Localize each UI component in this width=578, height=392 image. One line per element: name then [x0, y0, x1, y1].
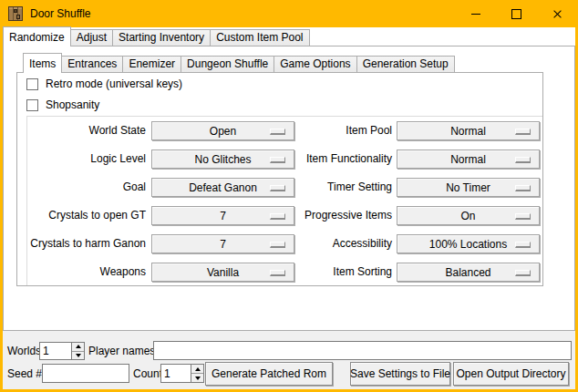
- window-controls: [455, 0, 578, 27]
- dropdown-value: No Glitches: [194, 153, 251, 166]
- player-names-label: Player names: [88, 345, 155, 357]
- close-button[interactable]: [537, 0, 578, 27]
- spin-up-button[interactable]: [191, 365, 203, 373]
- timer-setting-dropdown[interactable]: No Timer: [397, 178, 540, 197]
- tab-label: Game Options: [280, 57, 350, 70]
- main-tab-bar: Randomize Adjust Starting Inventory Cust…: [3, 26, 310, 46]
- options-row: Logic Level No Glitches Item Functionali…: [27, 150, 542, 169]
- tab-entrances[interactable]: Entrances: [61, 56, 123, 72]
- arrow-up-icon: [76, 345, 81, 348]
- dropdown-value: No Timer: [446, 181, 490, 194]
- tab-label: Enemizer: [129, 57, 175, 70]
- item-sorting-dropdown[interactable]: Balanced: [397, 263, 540, 282]
- dropdown-value: 100% Locations: [429, 238, 507, 251]
- crystals-ganon-label: Crystals to harm Ganon: [27, 234, 146, 253]
- spin-down-button[interactable]: [72, 351, 84, 360]
- accessibility-label: Accessibility: [269, 234, 392, 253]
- shopsanity-checkbox[interactable]: Shopsanity: [26, 98, 99, 111]
- dropdown-value: Defeat Ganon: [189, 181, 257, 194]
- dropdown-value: Open: [210, 125, 236, 138]
- worlds-label: Worlds: [7, 345, 41, 357]
- title-bar: Door Shuffle: [0, 0, 578, 27]
- arrow-down-icon: [195, 377, 201, 380]
- button-label: Generate Patched Rom: [212, 367, 326, 380]
- tab-adjust[interactable]: Adjust: [70, 29, 113, 46]
- worlds-input[interactable]: [40, 343, 72, 359]
- options-row: World State Open Item Pool Normal: [27, 121, 542, 140]
- spinner-arrows: [71, 343, 84, 359]
- weapons-label: Weapons: [27, 263, 146, 282]
- checkbox-icon: [26, 99, 38, 111]
- window-title: Door Shuffle: [30, 7, 91, 20]
- tab-label: Custom Item Pool: [216, 31, 303, 44]
- options-row: Crystals to harm Ganon 7 Accessibility 1…: [27, 234, 542, 253]
- count-spinner[interactable]: [160, 364, 204, 383]
- retro-mode-checkbox[interactable]: Retro mode (universal keys): [26, 77, 182, 90]
- player-names-input[interactable]: [154, 342, 571, 359]
- dropdown-value: Normal: [450, 125, 486, 138]
- tab-enemizer[interactable]: Enemizer: [122, 56, 181, 72]
- seed-field-wrap: [42, 364, 129, 383]
- worlds-spinner[interactable]: [39, 342, 85, 360]
- tab-label: Items: [29, 57, 56, 70]
- tab-label: Entrances: [67, 57, 117, 70]
- door-shuffle-window: Door Shuffle Randomize Adjust Starting I…: [0, 0, 578, 392]
- checkbox-label: Shopsanity: [46, 98, 99, 111]
- count-label: Count: [133, 367, 162, 380]
- progressive-items-dropdown[interactable]: On: [397, 206, 540, 225]
- open-output-directory-button[interactable]: Open Output Directory: [453, 362, 569, 386]
- dropdown-value: Normal: [450, 153, 486, 166]
- arrow-up-icon: [195, 367, 201, 371]
- tab-generation-setup[interactable]: Generation Setup: [356, 56, 455, 72]
- tab-label: Starting Inventory: [119, 31, 204, 44]
- sub-tab-bar: Items Entrances Enemizer Dungeon Shuffle…: [23, 53, 455, 72]
- dropdown-value: 7: [220, 238, 226, 251]
- spin-up-button[interactable]: [72, 343, 84, 351]
- player-names-field-wrap: [153, 341, 572, 360]
- generate-patched-rom-button[interactable]: Generate Patched Rom: [205, 362, 333, 386]
- maximize-icon: [511, 9, 521, 19]
- minimize-button[interactable]: [455, 0, 496, 27]
- item-sorting-label: Item Sorting: [269, 263, 392, 282]
- tab-label: Generation Setup: [363, 57, 449, 70]
- dropdown-indicator-icon: [515, 242, 531, 248]
- item-functionality-label: Item Functionality: [269, 150, 392, 169]
- tab-custom-item-pool[interactable]: Custom Item Pool: [210, 29, 309, 46]
- spinner-arrows: [191, 365, 203, 382]
- accessibility-dropdown[interactable]: 100% Locations: [397, 234, 540, 253]
- count-input[interactable]: [161, 365, 191, 382]
- tab-game-options[interactable]: Game Options: [274, 56, 356, 72]
- dropdown-indicator-icon: [515, 213, 531, 220]
- timer-setting-label: Timer Setting: [269, 178, 392, 197]
- close-icon: [552, 9, 563, 19]
- logic-level-label: Logic Level: [27, 150, 146, 169]
- tab-starting-inventory[interactable]: Starting Inventory: [112, 29, 211, 46]
- dropdown-indicator-icon: [515, 157, 531, 163]
- save-settings-button[interactable]: Save Settings to File: [350, 362, 450, 386]
- dropdown-indicator-icon: [515, 270, 531, 276]
- options-row: Crystals to open GT 7 Progressive Items …: [27, 206, 542, 225]
- checkbox-label: Retro mode (universal keys): [46, 77, 182, 90]
- tab-label: Randomize: [9, 31, 65, 44]
- seed-input[interactable]: [43, 365, 129, 382]
- arrow-down-icon: [76, 354, 81, 357]
- button-label: Open Output Directory: [456, 367, 565, 380]
- progressive-items-label: Progressive Items: [269, 206, 392, 225]
- dropdown-value: Balanced: [445, 266, 490, 279]
- tab-label: Adjust: [77, 31, 107, 44]
- tab-dungeon-shuffle[interactable]: Dungeon Shuffle: [181, 56, 274, 72]
- checkbox-icon: [26, 78, 38, 90]
- maximize-button[interactable]: [496, 0, 537, 27]
- item-pool-dropdown[interactable]: Normal: [397, 121, 540, 140]
- tab-items[interactable]: Items: [23, 53, 62, 73]
- dropdown-indicator-icon: [515, 185, 531, 191]
- tab-randomize[interactable]: Randomize: [3, 26, 71, 46]
- items-panel: Retro mode (universal keys) Shopsanity W…: [16, 72, 543, 286]
- world-state-label: World State: [27, 121, 146, 140]
- spin-down-button[interactable]: [191, 373, 203, 382]
- bottom-bar: Worlds Player names Seed # Count Generat: [3, 331, 575, 389]
- item-functionality-dropdown[interactable]: Normal: [397, 150, 540, 169]
- goal-label: Goal: [27, 178, 146, 197]
- item-pool-label: Item Pool: [269, 121, 392, 140]
- seed-label: Seed #: [7, 367, 42, 380]
